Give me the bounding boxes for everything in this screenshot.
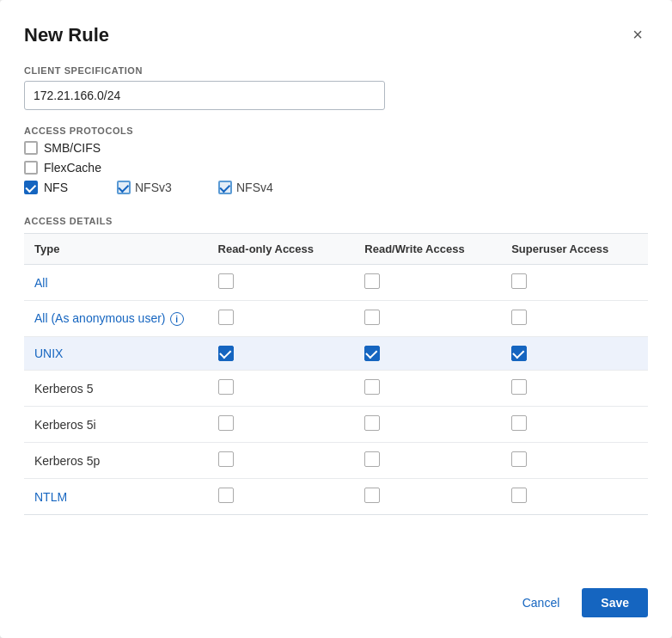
readonly-checkbox[interactable] (218, 310, 234, 325)
readonly-cell (208, 407, 355, 443)
readonly-cell (208, 371, 355, 407)
dialog-title: New Rule (24, 24, 109, 46)
col-readwrite: Read/Write Access (354, 234, 501, 265)
superuser-cell (501, 443, 648, 479)
table-row: NTLM (24, 479, 648, 515)
client-specification-input[interactable] (24, 81, 385, 110)
readonly-checkbox[interactable] (218, 273, 234, 289)
table-row: UNIX (24, 337, 648, 371)
superuser-checkbox[interactable] (511, 415, 527, 431)
readwrite-checkbox[interactable] (364, 451, 380, 467)
nfsv4-label-text: NFSv4 (236, 181, 273, 194)
table-row: Kerberos 5 (24, 371, 648, 407)
smb-label[interactable]: SMB/CIFS (24, 141, 110, 155)
nfs-checkbox[interactable] (24, 181, 38, 194)
readwrite-checkbox[interactable] (364, 273, 380, 289)
readwrite-cell (354, 265, 501, 301)
table-row: All (As anonymous user)i (24, 301, 648, 337)
protocol-row-smb: SMB/CIFS (24, 141, 648, 155)
nfsv4-checkbox[interactable] (218, 181, 232, 194)
superuser-checkbox[interactable] (511, 310, 527, 325)
readonly-cell (208, 337, 355, 371)
readwrite-cell (354, 301, 501, 337)
dialog-header: New Rule × (24, 24, 648, 46)
superuser-cell (501, 265, 648, 301)
col-superuser: Superuser Access (501, 234, 648, 265)
cancel-button[interactable]: Cancel (510, 589, 572, 617)
flexcache-label-text: FlexCache (44, 161, 101, 175)
protocol-row-flexcache: FlexCache (24, 161, 648, 175)
nfs-label[interactable]: NFS (24, 181, 110, 194)
table-row: All (24, 265, 648, 301)
nfsv3-label-text: NFSv3 (135, 181, 172, 194)
nfsv4-label[interactable]: NFSv4 (218, 181, 304, 194)
readonly-checkbox[interactable] (218, 415, 234, 431)
nfs-label-text: NFS (44, 181, 68, 194)
readonly-checkbox[interactable] (218, 379, 234, 395)
readonly-cell (208, 479, 355, 515)
protocol-row-nfs: NFS NFSv3 NFSv4 (24, 181, 648, 194)
superuser-checkbox[interactable] (511, 451, 527, 467)
superuser-checkbox[interactable] (511, 379, 527, 395)
type-cell: Kerberos 5 (24, 371, 208, 407)
superuser-cell (501, 301, 648, 337)
flexcache-checkbox[interactable] (24, 161, 38, 175)
dialog-footer: Cancel Save (24, 567, 648, 617)
readwrite-cell (354, 337, 501, 371)
sub-protocols: NFSv3 NFSv4 (117, 181, 304, 194)
superuser-checkbox[interactable] (511, 488, 527, 503)
access-details-label: ACCESS DETAILS (24, 216, 648, 226)
superuser-cell (501, 479, 648, 515)
readonly-checkbox[interactable] (218, 346, 234, 361)
col-type: Type (24, 234, 208, 265)
readonly-cell (208, 301, 355, 337)
smb-label-text: SMB/CIFS (44, 141, 101, 155)
type-cell: All (24, 265, 208, 301)
nfsv3-label[interactable]: NFSv3 (117, 181, 203, 194)
access-details-section: ACCESS DETAILS Type Read-only Access Rea… (24, 216, 648, 515)
smb-checkbox[interactable] (24, 141, 38, 155)
table-header-row: Type Read-only Access Read/Write Access … (24, 234, 648, 265)
type-cell: NTLM (24, 479, 208, 515)
type-cell: Kerberos 5p (24, 443, 208, 479)
readwrite-checkbox[interactable] (364, 310, 380, 325)
readwrite-cell (354, 479, 501, 515)
type-cell: Kerberos 5i (24, 407, 208, 443)
close-button[interactable]: × (627, 24, 648, 45)
table-row: Kerberos 5p (24, 443, 648, 479)
type-cell: UNIX (24, 337, 208, 371)
client-specification-section: CLIENT SPECIFICATION (24, 65, 648, 110)
access-protocols-label: ACCESS PROTOCOLS (24, 126, 648, 136)
superuser-cell (501, 337, 648, 371)
superuser-checkbox[interactable] (511, 273, 527, 289)
save-button[interactable]: Save (582, 588, 648, 617)
readwrite-checkbox[interactable] (364, 346, 380, 361)
new-rule-dialog: New Rule × CLIENT SPECIFICATION ACCESS P… (0, 0, 672, 638)
type-cell: All (As anonymous user)i (24, 301, 208, 337)
flexcache-label[interactable]: FlexCache (24, 161, 110, 175)
table-row: Kerberos 5i (24, 407, 648, 443)
info-icon[interactable]: i (170, 312, 184, 326)
nfsv3-checkbox[interactable] (117, 181, 131, 194)
readwrite-cell (354, 407, 501, 443)
readwrite-checkbox[interactable] (364, 488, 380, 503)
col-readonly: Read-only Access (208, 234, 355, 265)
readonly-checkbox[interactable] (218, 488, 234, 503)
readwrite-cell (354, 443, 501, 479)
access-protocols-section: ACCESS PROTOCOLS SMB/CIFS FlexCache NFS … (24, 126, 648, 200)
readonly-cell (208, 443, 355, 479)
readwrite-checkbox[interactable] (364, 379, 380, 395)
readonly-cell (208, 265, 355, 301)
superuser-cell (501, 371, 648, 407)
access-details-table: Type Read-only Access Read/Write Access … (24, 233, 648, 515)
readwrite-checkbox[interactable] (364, 415, 380, 431)
client-specification-label: CLIENT SPECIFICATION (24, 65, 648, 76)
superuser-cell (501, 407, 648, 443)
superuser-checkbox[interactable] (511, 346, 527, 361)
readonly-checkbox[interactable] (218, 451, 234, 467)
readwrite-cell (354, 371, 501, 407)
